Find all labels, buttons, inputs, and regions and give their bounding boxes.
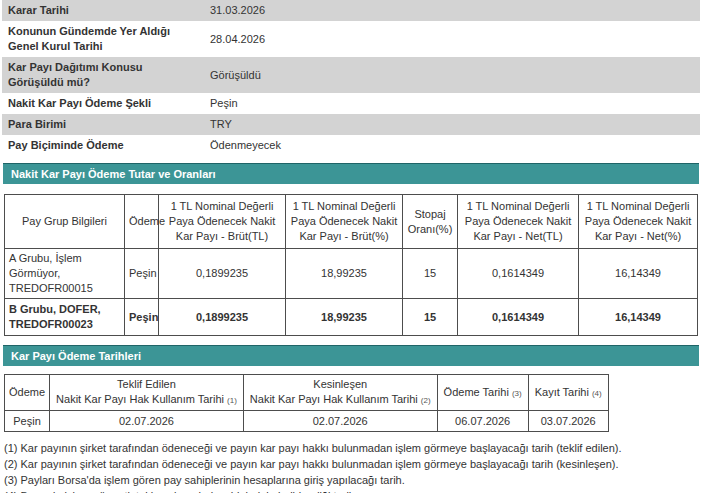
cell-brut-tl: 0,1899235	[159, 249, 286, 299]
footnote-marker: (2)	[421, 396, 431, 405]
header-text: Nakit Kar Payı Hak Kullanım Tarihi	[56, 393, 224, 405]
table-row: A Grubu, İşlem Görmüyor, TREDOFR00015 Pe…	[5, 249, 698, 299]
dates-header-kesinlesen: Kesinleşen Nakit Kar Payı Hak Kullanım T…	[243, 375, 437, 411]
cell-brut-pct: 18,99235	[286, 249, 403, 299]
cell-odeme: Peşin	[5, 411, 50, 432]
info-row-genel-kurul-tarihi: Konunun Gündemde Yer Aldığı Genel Kurul …	[2, 21, 700, 57]
amounts-header-net-pct: 1 TL Nominal Değerli Paya Ödenecek Nakit…	[579, 195, 698, 249]
dates-header-odeme: Ödeme	[5, 375, 50, 411]
header-line: Teklif Edilen	[56, 377, 237, 392]
footnote-2: (2) Kar payının şirket tarafından ödenec…	[4, 456, 700, 472]
section-header-amounts: Nakit Kar Payı Ödeme Tutar ve Oranları	[3, 163, 699, 184]
info-value: 28.04.2026	[206, 29, 700, 50]
dates-header-odeme-tarihi: Ödeme Tarihi (3)	[437, 375, 528, 411]
footnote-marker: (3)	[512, 389, 522, 398]
info-row-pay-biciminde-odeme: Pay Biçiminde Ödeme Ödenmeyecek	[2, 135, 700, 156]
info-value: Ödenmeyecek	[206, 135, 700, 156]
cell-kayit-tarihi: 03.07.2026	[528, 411, 608, 432]
payment-dates-table: Ödeme Teklif Edilen Nakit Kar Payı Hak K…	[4, 374, 609, 432]
cell-teklif-tarihi: 02.07.2026	[50, 411, 244, 432]
amounts-header-pay-grup: Pay Grup Bilgileri	[5, 195, 125, 249]
amounts-header-brut-tl: 1 TL Nominal Değerli Paya Ödenecek Nakit…	[159, 195, 286, 249]
dates-header-teklif-edilen: Teklif Edilen Nakit Kar Payı Hak Kullanı…	[50, 375, 244, 411]
cell-odeme-tarihi: 06.07.2026	[437, 411, 528, 432]
footnote-3: (3) Payları Borsa'da işlem gören pay sah…	[4, 472, 700, 488]
header-text: Ödeme Tarihi	[444, 386, 509, 398]
info-value: TRY	[206, 114, 700, 135]
section-header-payment-dates: Kar Payı Ödeme Tarihleri	[3, 345, 699, 366]
footnote-1: (1) Kar payının şirket tarafından ödenec…	[4, 440, 700, 456]
cell-odeme: Peşin	[125, 299, 159, 336]
amounts-header-net-tl: 1 TL Nominal Değerli Paya Ödenecek Nakit…	[458, 195, 579, 249]
cell-net-pct: 16,14349	[579, 299, 698, 336]
header-text: Nakit Kar Payı Hak Kullanım Tarihi	[250, 393, 418, 405]
info-row-para-birimi: Para Birimi TRY	[2, 114, 700, 135]
amounts-table: Pay Grup Bilgileri Ödeme 1 TL Nominal De…	[4, 194, 698, 336]
amounts-header-brut-pct: 1 TL Nominal Değerli Paya Ödenecek Nakit…	[286, 195, 403, 249]
cell-net-tl: 0,1614349	[458, 249, 579, 299]
footnote-marker: (1)	[227, 396, 237, 405]
table-row: B Grubu, DOFER, TREDOFR00023 Peşin 0,189…	[5, 299, 698, 336]
info-value: 31.03.2026	[206, 0, 700, 21]
amounts-header-row: Pay Grup Bilgileri Ödeme 1 TL Nominal De…	[5, 195, 698, 249]
header-text: Kayıt Tarihi	[535, 386, 589, 398]
info-label: Nakit Kar Payı Ödeme Şekli	[2, 93, 206, 114]
dates-header-row: Ödeme Teklif Edilen Nakit Kar Payı Hak K…	[5, 375, 609, 411]
footnotes: (1) Kar payının şirket tarafından ödenec…	[4, 440, 700, 493]
cell-stopaj: 15	[403, 299, 458, 336]
info-label: Pay Biçiminde Ödeme	[2, 135, 206, 156]
cell-odeme: Peşin	[125, 249, 159, 299]
info-label: Para Birimi	[2, 114, 206, 135]
dates-header-kayit-tarihi: Kayıt Tarihi (4)	[528, 375, 608, 411]
cell-brut-pct: 18,99235	[286, 299, 403, 336]
info-row-odeme-sekli: Nakit Kar Payı Ödeme Şekli Peşin	[2, 93, 700, 114]
cell-net-tl: 0,1614349	[458, 299, 579, 336]
cell-stopaj: 15	[403, 249, 458, 299]
info-label: Kar Payı Dağıtımı Konusu Görüşüldü mü?	[2, 57, 206, 93]
header-line: Kesinleşen	[250, 377, 431, 392]
info-row-karar-tarihi: Karar Tarihi 31.03.2026	[2, 0, 700, 21]
info-value: Peşin	[206, 93, 700, 114]
cell-pay-grup: B Grubu, DOFER, TREDOFR00023	[5, 299, 125, 336]
info-label: Konunun Gündemde Yer Aldığı Genel Kurul …	[2, 21, 206, 57]
footnote-marker: (4)	[592, 389, 602, 398]
cell-net-pct: 16,14349	[579, 249, 698, 299]
amounts-header-stopaj: Stopaj Oranı(%)	[403, 195, 458, 249]
footnote-4: (4) Borsada işlem gören tipteki payların…	[4, 488, 700, 493]
info-row-gorusuldu-mu: Kar Payı Dağıtımı Konusu Görüşüldü mü? G…	[2, 57, 700, 93]
cell-pay-grup: A Grubu, İşlem Görmüyor, TREDOFR00015	[5, 249, 125, 299]
cell-brut-tl: 0,1899235	[159, 299, 286, 336]
cell-kesinlesen-tarihi: 02.07.2026	[243, 411, 437, 432]
info-value: Görüşüldü	[206, 65, 700, 86]
table-row: Peşin 02.07.2026 02.07.2026 06.07.2026 0…	[5, 411, 609, 432]
header-line: Nakit Kar Payı Hak Kullanım Tarihi (2)	[250, 392, 431, 408]
info-label: Karar Tarihi	[2, 0, 206, 21]
general-info-table: Karar Tarihi 31.03.2026 Konunun Gündemde…	[2, 0, 700, 156]
amounts-header-odeme: Ödeme	[125, 195, 159, 249]
disclosure-page: Karar Tarihi 31.03.2026 Konunun Gündemde…	[0, 0, 702, 493]
header-line: Nakit Kar Payı Hak Kullanım Tarihi (1)	[56, 392, 237, 408]
